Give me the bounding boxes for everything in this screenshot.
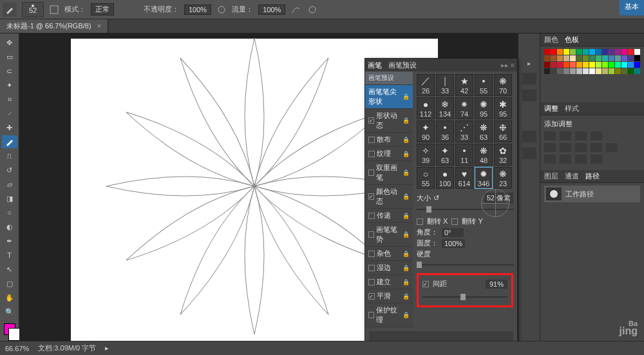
history-brush-tool[interactable]: ↺ (2, 164, 17, 177)
swatch[interactable] (551, 55, 556, 61)
brush-preset-picker[interactable]: 52 (22, 2, 44, 17)
curves-icon[interactable] (575, 131, 587, 140)
brush-tip[interactable]: ❋70 (494, 74, 512, 96)
brush-option-纹理[interactable]: 纹理🔒 (365, 147, 413, 161)
swatch[interactable] (609, 68, 614, 74)
tab-styles[interactable]: 样式 (565, 104, 579, 113)
brush-tip[interactable]: ✹346 (475, 167, 493, 189)
stamp-tool[interactable]: ⎍ (2, 149, 17, 162)
swatch[interactable] (544, 55, 550, 61)
pressure-size-icon[interactable] (307, 5, 317, 15)
character-panel-icon[interactable] (522, 131, 536, 142)
gradient-tool[interactable]: ◨ (2, 192, 17, 205)
brush-tip[interactable]: ♥614 (455, 167, 473, 189)
swatch[interactable] (557, 55, 563, 61)
path-row[interactable]: 工作路径 (544, 186, 640, 202)
swatch[interactable] (634, 68, 640, 74)
brush-tip[interactable]: •36 (436, 120, 454, 142)
swatch[interactable] (544, 49, 550, 55)
brush-option-散布[interactable]: 散布🔒 (365, 133, 413, 147)
actions-panel-icon[interactable] (522, 90, 536, 101)
swatch[interactable] (621, 68, 627, 74)
colorbalance-icon[interactable] (575, 143, 587, 152)
tab-layers[interactable]: 图层 (544, 171, 558, 181)
workspace-switcher[interactable]: 基本 (620, 0, 644, 15)
brush-tip[interactable]: •55 (475, 74, 493, 96)
threshold-icon[interactable] (575, 155, 587, 164)
brush-tip[interactable]: ✿32 (494, 144, 512, 166)
panel-toggle-icon[interactable] (49, 5, 59, 15)
tab-channels[interactable]: 通道 (565, 171, 579, 181)
eyedropper-tool[interactable]: ⟋ (2, 107, 17, 120)
swatch[interactable] (596, 49, 601, 55)
pressure-opacity-icon[interactable] (216, 5, 227, 15)
panel-menu-icon[interactable]: ▸▸ ≡ (501, 61, 515, 70)
photofilter-icon[interactable] (606, 143, 618, 152)
angle-roundness-control[interactable] (481, 189, 509, 217)
brush-option-传递[interactable]: 传递🔒 (365, 209, 413, 223)
brush-tip[interactable]: ✧39 (417, 144, 435, 166)
brush-tip[interactable]: ❄134 (436, 97, 454, 119)
swatch[interactable] (602, 49, 608, 55)
zoom-tool[interactable]: 🔍 (2, 305, 17, 318)
swatch[interactable] (628, 62, 634, 68)
swatch[interactable] (544, 62, 550, 68)
swatch[interactable] (628, 49, 634, 55)
brush-tip[interactable]: ○55 (417, 167, 435, 189)
brush-option-平滑[interactable]: 平滑🔒 (365, 289, 413, 303)
gradientmap-icon[interactable] (591, 155, 602, 164)
swatch[interactable] (589, 68, 595, 74)
swatch[interactable] (609, 55, 614, 61)
swatch[interactable] (576, 62, 582, 68)
blend-mode-dropdown[interactable]: 正常 (91, 3, 114, 15)
brightness-icon[interactable] (544, 131, 556, 140)
vibrance-icon[interactable] (544, 143, 556, 152)
tab-paths[interactable]: 路径 (585, 171, 600, 181)
swatches-grid[interactable] (540, 46, 644, 77)
swatch[interactable] (621, 62, 627, 68)
bw-icon[interactable] (591, 143, 602, 152)
option-checkbox[interactable] (368, 231, 374, 238)
swatch[interactable] (564, 68, 569, 74)
swatch[interactable] (634, 62, 640, 68)
swatch[interactable] (621, 55, 627, 61)
option-checkbox[interactable] (368, 117, 374, 124)
flow-field[interactable]: 100% (258, 5, 285, 15)
swatch[interactable] (564, 55, 569, 61)
option-checkbox[interactable] (368, 213, 375, 219)
swatch[interactable] (609, 62, 614, 68)
dodge-tool[interactable]: ◐ (2, 220, 17, 233)
swatch[interactable] (596, 68, 601, 74)
invert-icon[interactable] (544, 155, 556, 164)
swatch[interactable] (557, 68, 563, 74)
heal-tool[interactable]: ✚ (2, 121, 17, 134)
brush-tip[interactable]: ❋48 (475, 144, 493, 166)
brush-tip[interactable]: ✦90 (417, 120, 435, 142)
swatch[interactable] (615, 68, 621, 74)
posterize-icon[interactable] (560, 155, 571, 164)
spacing-checkbox[interactable] (422, 281, 429, 287)
roundness-value[interactable]: 100% (442, 239, 465, 248)
exposure-icon[interactable] (591, 131, 602, 140)
zoom-field[interactable]: 66.67% (5, 345, 29, 352)
close-tab-icon[interactable]: × (97, 22, 101, 30)
swatch[interactable] (589, 62, 595, 68)
swatch[interactable] (564, 62, 569, 68)
swatch[interactable] (634, 55, 640, 61)
swatch[interactable] (596, 62, 601, 68)
eraser-tool[interactable]: ▱ (2, 178, 17, 191)
option-checkbox[interactable] (368, 265, 375, 271)
swatch[interactable] (589, 55, 595, 61)
option-checkbox[interactable] (368, 169, 374, 176)
paragraph-panel-icon[interactable] (522, 148, 536, 159)
brush-option-颜色动态[interactable]: 颜色动态🔒 (365, 185, 413, 209)
swatch[interactable] (583, 68, 589, 74)
swatch[interactable] (615, 62, 621, 68)
brush-option-画笔笔尖形状[interactable]: 画笔笔尖形状🔒 (365, 85, 413, 109)
marquee-tool[interactable]: ▭ (2, 50, 17, 63)
type-tool[interactable]: T (2, 249, 17, 262)
tab-brush-presets[interactable]: 画笔预设 (388, 61, 417, 70)
swatch[interactable] (621, 49, 627, 55)
swatch[interactable] (570, 68, 576, 74)
brush-tip[interactable]: ❋63 (475, 120, 493, 142)
